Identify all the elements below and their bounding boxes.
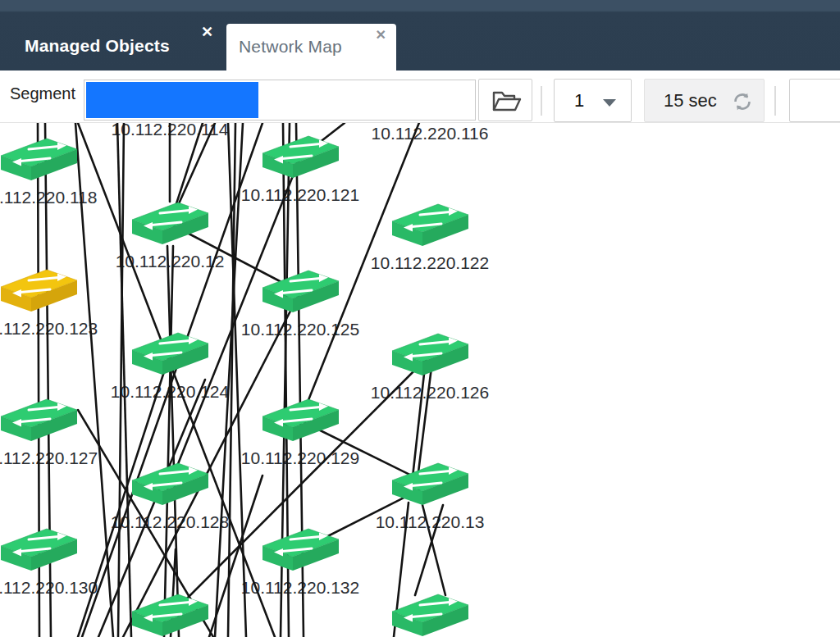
toolbar-separator [774, 86, 776, 116]
node-ip-label: 10.112.220.123 [0, 319, 98, 338]
open-folder-icon [492, 90, 522, 112]
chevron-down-icon [603, 99, 616, 107]
node-ip-label: 10.112.220.118 [0, 188, 97, 207]
node-ip-label: 10.112.220.13 [376, 512, 485, 531]
switch-node[interactable] [262, 136, 339, 178]
node-ip-label: 10.112.220.121 [241, 185, 359, 204]
node-ip-label: 10.112.220.116 [372, 124, 489, 143]
network-management-app: Managed Objects ✕ Network Map ✕ Segment … [0, 0, 840, 637]
switch-node[interactable] [392, 594, 468, 636]
switch-node[interactable] [132, 333, 208, 375]
tab-network-map[interactable]: Network Map ✕ [226, 24, 396, 71]
switch-node[interactable] [132, 463, 208, 505]
switch-node[interactable] [1, 270, 77, 312]
switch-node[interactable] [1, 529, 77, 571]
segment-input[interactable] [84, 80, 476, 121]
tab-managed-objects-label: Managed Objects [25, 36, 170, 56]
refresh-interval-button[interactable]: 15 sec [644, 79, 765, 122]
switch-node[interactable] [262, 271, 339, 312]
tab-network-map-label: Network Map [239, 37, 342, 57]
node-ip-label: 10.112.220.130 [0, 578, 98, 597]
open-map-button[interactable] [478, 79, 532, 121]
refresh-icon [732, 91, 753, 112]
toolbar-separator [541, 86, 542, 116]
close-icon[interactable]: ✕ [201, 25, 213, 39]
tab-managed-objects[interactable]: Managed Objects ✕ [0, 0, 226, 71]
zoom-level-dropdown[interactable]: 1 [554, 79, 632, 122]
refresh-interval-value: 15 sec [664, 90, 717, 111]
switch-node[interactable] [392, 334, 468, 375]
switch-node[interactable] [262, 529, 339, 571]
zoom-level-value: 1 [574, 90, 584, 111]
node-ip-label: 10.112.220.122 [371, 253, 489, 272]
switch-node[interactable] [1, 399, 77, 441]
map-toolbar: Segment 1 15 sec [0, 71, 840, 123]
switch-node[interactable] [132, 594, 208, 636]
topology-svg: 10.112.220.11410.112.220.11610.112.220.1… [0, 123, 840, 637]
segment-label: Segment [10, 84, 84, 109]
switch-node[interactable] [1, 139, 77, 180]
close-icon[interactable]: ✕ [376, 29, 386, 42]
tab-bar: Managed Objects ✕ Network Map ✕ [0, 0, 840, 71]
switch-node[interactable] [392, 204, 468, 246]
network-map-canvas[interactable]: 10.112.220.11410.112.220.11610.112.220.1… [0, 123, 840, 637]
topology-link [209, 475, 262, 637]
toolbar-input-clipped[interactable] [789, 79, 840, 122]
segment-selection-highlight [86, 82, 258, 118]
